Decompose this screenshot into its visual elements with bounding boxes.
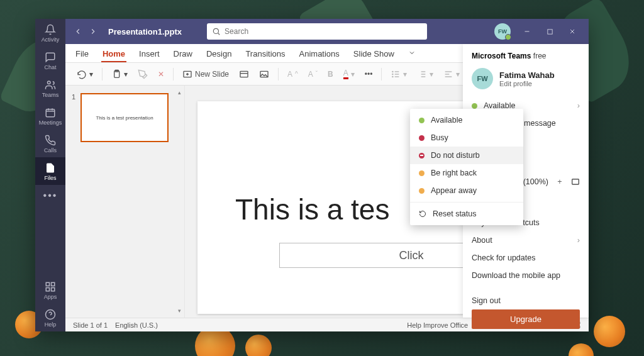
bold-button[interactable]: B — [325, 69, 336, 80]
status-slide: Slide 1 of 1 — [73, 321, 108, 329]
row-label: Download the mobile app — [472, 271, 560, 280]
plan-name: free — [533, 52, 547, 60]
svg-point-0 — [48, 81, 51, 84]
status-label: Reset status — [433, 209, 476, 218]
status-away[interactable]: Appear away — [410, 182, 523, 199]
status-help-link[interactable]: Help Improve Office — [407, 321, 468, 329]
profile-user: FW Fatima Wahab Edit profile — [472, 68, 580, 89]
picture-button[interactable] — [257, 68, 272, 81]
presence-menu: Available Busy Do not disturb Be right b… — [410, 109, 523, 225]
zoom-in-button[interactable]: + — [555, 177, 565, 186]
align-icon — [443, 69, 453, 79]
search-icon — [212, 27, 221, 36]
status-reset[interactable]: Reset status — [410, 205, 523, 223]
signout-row[interactable]: Sign out — [472, 292, 580, 309]
rail-help[interactable]: Help — [35, 304, 65, 331]
about-row[interactable]: About› — [472, 231, 580, 249]
product-name: Microsoft Teams — [472, 52, 531, 60]
font-shrink-button[interactable]: Aˇ — [306, 69, 320, 80]
status-available[interactable]: Available — [410, 111, 523, 129]
status-dnd[interactable]: Do not disturb — [410, 147, 523, 164]
svg-rect-1 — [46, 109, 55, 117]
status-brb[interactable]: Be right back — [410, 164, 523, 182]
tab-draw[interactable]: Draw — [172, 49, 194, 62]
slide-subtitle-text: Click — [399, 249, 424, 262]
rail-calls[interactable]: Calls — [35, 130, 65, 157]
chevron-right-icon: › — [577, 236, 580, 245]
cut-button[interactable]: ✕ — [155, 69, 167, 80]
svg-point-14 — [392, 71, 393, 72]
app-window: Activity Chat Teams Meetings Calls Files… — [35, 19, 589, 331]
nav-back-button[interactable] — [70, 24, 86, 39]
undo-button[interactable]: ▾ — [74, 68, 96, 81]
rail-activity[interactable]: Activity — [35, 19, 65, 47]
tab-design[interactable]: Design — [205, 49, 233, 62]
user-avatar[interactable]: FW — [494, 23, 511, 40]
undo-icon — [77, 69, 87, 79]
global-search[interactable] — [207, 23, 427, 40]
svg-rect-8 — [547, 29, 552, 33]
svg-point-16 — [392, 76, 393, 77]
brush-icon — [138, 69, 148, 79]
rail-teams[interactable]: Teams — [35, 74, 65, 102]
updates-row[interactable]: Check for updates — [472, 249, 580, 267]
titlebar: Presentation1.pptx FW — [65, 19, 589, 44]
row-label: Check for updates — [472, 253, 535, 262]
rail-label: Help — [45, 321, 57, 328]
new-slide-button[interactable]: New Slide — [180, 68, 231, 81]
font-color-button[interactable]: A▾ — [341, 67, 357, 81]
align-button[interactable]: ▾ — [441, 68, 462, 81]
close-button[interactable] — [561, 21, 584, 42]
tab-file[interactable]: File — [74, 49, 90, 62]
slide-thumbnail[interactable]: This is a test presentation — [80, 93, 169, 142]
tab-home[interactable]: Home — [101, 49, 126, 62]
upgrade-button[interactable]: Upgrade — [472, 309, 580, 329]
status-label: Available — [431, 116, 463, 125]
font-grow-button[interactable]: A^ — [285, 69, 301, 80]
maximize-button[interactable] — [538, 21, 561, 42]
rail-apps[interactable]: Apps — [35, 276, 65, 304]
bullets-button[interactable]: ▾ — [388, 68, 409, 81]
svg-point-15 — [392, 74, 393, 74]
svg-rect-3 — [52, 282, 55, 286]
bell-icon — [45, 24, 56, 35]
format-painter-button[interactable] — [135, 68, 150, 81]
reset-icon — [419, 210, 426, 218]
thumb-scrollbar[interactable]: ▴ ▾ — [175, 89, 183, 314]
fullscreen-icon[interactable] — [571, 177, 580, 186]
scroll-down-icon: ▾ — [178, 308, 181, 314]
rail-more[interactable]: ••• — [43, 185, 58, 206]
tab-animations[interactable]: Animations — [298, 49, 341, 62]
row-label: Sign out — [472, 296, 501, 305]
dnd-dot-icon — [419, 153, 425, 159]
layout-button[interactable] — [236, 68, 252, 81]
slide-title-text[interactable]: This is a tes — [235, 192, 389, 226]
apps-icon — [45, 281, 56, 292]
mobile-row[interactable]: Download the mobile app — [472, 267, 580, 284]
layout-icon — [239, 69, 249, 79]
tab-overflow[interactable] — [407, 49, 417, 62]
rail-meetings[interactable]: Meetings — [35, 102, 65, 130]
status-busy[interactable]: Busy — [410, 129, 523, 147]
tab-transitions[interactable]: Transitions — [244, 49, 286, 62]
search-input[interactable] — [225, 27, 422, 36]
phone-icon — [45, 135, 56, 146]
status-label: Be right back — [431, 169, 477, 177]
tab-slideshow[interactable]: Slide Show — [352, 49, 396, 62]
nav-forward-button[interactable] — [86, 24, 101, 39]
minimize-button[interactable] — [516, 21, 538, 42]
paste-button[interactable]: ▾ — [109, 68, 130, 81]
status-language[interactable]: English (U.S.) — [115, 321, 158, 329]
rail-label: Activity — [42, 36, 60, 43]
numbering-button[interactable]: ▾ — [414, 68, 436, 81]
more-font-button[interactable]: ••• — [362, 69, 375, 80]
status-label: Do not disturb — [431, 151, 480, 160]
rail-chat[interactable]: Chat — [35, 47, 65, 74]
picture-icon — [259, 69, 269, 79]
svg-rect-26 — [572, 179, 579, 184]
away-dot-icon — [419, 188, 425, 194]
file-icon — [45, 162, 56, 174]
rail-files[interactable]: Files — [35, 157, 65, 185]
edit-profile-link[interactable]: Edit profile — [499, 80, 555, 87]
tab-insert[interactable]: Insert — [138, 49, 161, 62]
